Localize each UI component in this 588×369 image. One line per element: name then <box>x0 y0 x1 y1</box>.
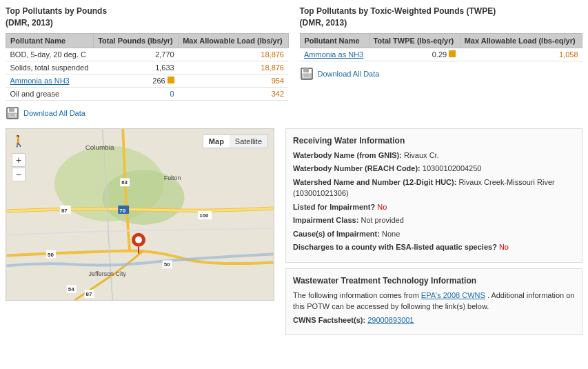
svg-text:50: 50 <box>48 251 54 257</box>
svg-rect-3 <box>10 114 15 117</box>
map-toggle[interactable]: Map Satellite <box>203 134 268 148</box>
total-value: 266 <box>94 74 179 87</box>
left-col-name: Pollutant Name <box>6 33 94 48</box>
right-download-label: Download All Data <box>318 70 380 78</box>
zoom-in-btn[interactable]: + <box>12 153 26 167</box>
svg-text:Jefferson City: Jefferson City <box>89 270 127 277</box>
svg-text:63: 63 <box>121 179 128 186</box>
svg-rect-5 <box>303 68 309 72</box>
right-table-section: Top Pollutants by Toxic-Weighted Pounds … <box>300 6 583 120</box>
pollutant-name: BOD, 5-day, 20 deg. C <box>6 48 94 61</box>
wastewater-desc: The following information comes from EPA… <box>293 290 575 312</box>
svg-text:87: 87 <box>61 208 68 214</box>
cwns-link[interactable]: EPA's 2008 CWNS <box>421 291 485 299</box>
svg-text:100: 100 <box>199 212 209 219</box>
map-svg: Columbia Fulton Jefferson City 87 70 63 … <box>6 129 274 300</box>
left-pollutant-table: Pollutant Name Total Pounds (lbs/yr) Max… <box>6 33 289 101</box>
info-panel: Receiving Water Information Waterbody Na… <box>285 128 582 341</box>
wastewater-section: Wastewater Treatment Technology Informat… <box>285 268 582 336</box>
cwns-factsheet-row: CWNS Factsheet(s): 29000893001 <box>293 315 575 326</box>
table-row: Ammonia as NH3 266 954 <box>6 74 289 87</box>
svg-text:87: 87 <box>86 291 92 297</box>
pollutant-name: Oil and grease <box>6 87 94 100</box>
right-col-max: Max Allowable Load (lbs-eq/yr) <box>460 33 582 48</box>
pollutant-name[interactable]: Ammonia as NH3 <box>300 48 369 61</box>
left-download-label: Download All Data <box>23 109 85 117</box>
right-download-btn[interactable]: Download All Data <box>300 67 583 81</box>
max-value: 18,876 <box>179 48 288 61</box>
svg-text:54: 54 <box>68 286 74 292</box>
flag-icon <box>449 50 456 57</box>
save-icon-right <box>300 67 314 81</box>
table-row: Ammonia as NH3 0.29 1,058 <box>300 48 582 61</box>
rwi-row-3: Listed for Impairment? No <box>293 201 575 213</box>
right-col-name: Pollutant Name <box>300 33 369 48</box>
max-value: 342 <box>179 87 288 100</box>
svg-text:50: 50 <box>164 261 170 268</box>
rwi-row-4: Impairment Class: Not provided <box>293 215 575 226</box>
rwi-row-1: Waterbody Number (REACH Code): 103001020… <box>293 163 575 174</box>
max-value: 954 <box>179 74 288 87</box>
left-col-total: Total Pounds (lbs/yr) <box>94 33 179 48</box>
rwi-row-2: Watershed Name and Number (12-Digit HUC)… <box>293 177 575 199</box>
table-row: Oil and grease 0 342 <box>6 87 289 100</box>
svg-text:70: 70 <box>119 208 125 214</box>
svg-rect-1 <box>9 108 14 112</box>
left-table-section: Top Pollutants by Pounds (DMR, 2013) Pol… <box>6 6 289 120</box>
max-value: 1,058 <box>460 48 582 61</box>
flag-icon <box>168 77 174 83</box>
right-col-total: Total TWPE (lbs-eq/yr) <box>369 33 460 48</box>
left-col-max: Max Allowable Load (lbs/yr) <box>179 33 288 48</box>
cwns-factsheet-link[interactable]: 29000893001 <box>367 316 414 324</box>
pollutant-name: Solids, total suspended <box>6 61 94 74</box>
map-zoom-controls: + − <box>12 153 26 182</box>
satellite-btn[interactable]: Satellite <box>230 135 267 148</box>
svg-rect-7 <box>304 74 310 77</box>
right-pollutant-table: Pollutant Name Total TWPE (lbs-eq/yr) Ma… <box>300 33 583 61</box>
rwi-row-0: Waterbody Name (from GNIS): Rivaux Cr. <box>293 150 575 161</box>
receiving-water-title: Receiving Water Information <box>293 136 575 146</box>
total-value: 0.29 <box>369 48 460 61</box>
wastewater-title: Wastewater Treatment Technology Informat… <box>293 276 575 286</box>
map-container[interactable]: Columbia Fulton Jefferson City 87 70 63 … <box>6 128 274 301</box>
svg-text:Columbia: Columbia <box>85 143 114 150</box>
rwi-row-6: Discharges to a county with ESA-listed a… <box>293 241 575 253</box>
table-row: BOD, 5-day, 20 deg. C 2,770 18,876 <box>6 48 289 61</box>
pollutant-name[interactable]: Ammonia as NH3 <box>6 74 94 87</box>
right-table-title: Top Pollutants by Toxic-Weighted Pounds … <box>300 6 583 29</box>
pegman-icon[interactable]: 🚶 <box>12 134 26 148</box>
left-table-title: Top Pollutants by Pounds (DMR, 2013) <box>6 6 289 29</box>
rwi-row-5: Cause(s) of Impairment: None <box>293 228 575 240</box>
left-download-btn[interactable]: Download All Data <box>6 106 289 120</box>
table-row: Solids, total suspended 1,633 18,876 <box>6 61 289 74</box>
total-value: 1,633 <box>94 61 179 74</box>
receiving-water-section: Receiving Water Information Waterbody Na… <box>285 128 582 263</box>
svg-point-31 <box>135 236 142 243</box>
max-value: 18,876 <box>179 61 288 74</box>
svg-text:Fulton: Fulton <box>164 174 181 181</box>
save-icon-left <box>6 106 19 120</box>
map-btn[interactable]: Map <box>203 135 230 148</box>
zoom-out-btn[interactable]: − <box>12 168 26 181</box>
map-section: Columbia Fulton Jefferson City 87 70 63 … <box>6 128 274 341</box>
total-value: 2,770 <box>94 48 179 61</box>
total-value: 0 <box>94 87 179 100</box>
